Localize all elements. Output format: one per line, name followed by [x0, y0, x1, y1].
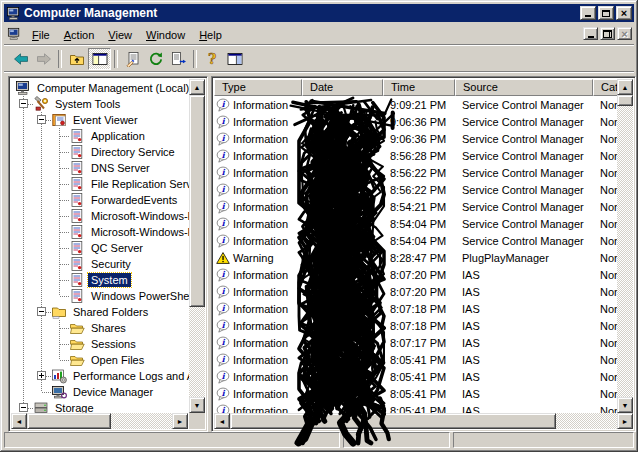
properties-button[interactable]: [121, 48, 144, 70]
tree-expand-toggle-minus[interactable]: [19, 99, 28, 108]
list-vertical-scrollbar[interactable]: ▲ ▼: [617, 79, 633, 413]
event-row[interactable]: iInformation8:54:21 PMService Control Ma…: [214, 198, 617, 215]
tree-item-microsoft-windows-e[interactable]: Microsoft-Windows-E: [15, 208, 189, 224]
mdi-minimize-button[interactable]: [583, 27, 598, 40]
scroll-thumb[interactable]: [230, 413, 556, 429]
tree-item-shares[interactable]: Shares: [15, 320, 189, 336]
tree-item-performance-logs-and-al[interactable]: Performance Logs and Al: [15, 368, 189, 384]
scroll-down-button[interactable]: ▼: [617, 397, 633, 413]
tree-item-label: Security: [88, 257, 134, 271]
event-row[interactable]: iInformation8:07:18 PMIASNone: [214, 300, 617, 317]
tree-item-directory-service[interactable]: Directory Service: [15, 144, 189, 160]
tree-vertical-scrollbar[interactable]: ▲ ▼: [189, 79, 205, 413]
close-button[interactable]: ×: [616, 6, 632, 20]
event-type-label: Information: [233, 320, 288, 332]
event-viewer-icon: [51, 112, 67, 128]
maximize-button[interactable]: [598, 6, 614, 20]
event-row[interactable]: iInformation8:05:41 PMIASNone: [214, 368, 617, 385]
event-row[interactable]: iInformation8:54:04 PMService Control Ma…: [214, 232, 617, 249]
event-row[interactable]: iInformation8:07:20 PMIASNone: [214, 266, 617, 283]
event-time-cell: 9:06:36 PM: [383, 116, 455, 128]
tree-expand-toggle-plus[interactable]: [37, 371, 46, 380]
tree-item-dns-server[interactable]: DNS Server: [15, 160, 189, 176]
tree-item-windows-powershell[interactable]: Windows PowerShell: [15, 288, 189, 304]
back-button[interactable]: [9, 48, 32, 70]
event-row[interactable]: iInformation9:06:36 PMService Control Ma…: [214, 113, 617, 130]
tree-item-open-files[interactable]: Open Files: [15, 352, 189, 368]
event-row[interactable]: iInformation9:06:36 PMService Control Ma…: [214, 130, 617, 147]
show-hide-action-pane-button[interactable]: [223, 48, 246, 70]
scroll-left-button[interactable]: ◄: [214, 413, 230, 429]
mdi-system-menu-icon[interactable]: [7, 27, 21, 41]
event-row[interactable]: iInformation8:05:41 PMIASNone: [214, 402, 617, 413]
tree-item-system[interactable]: System: [15, 272, 189, 288]
tree-item-application[interactable]: Application: [15, 128, 189, 144]
scroll-thumb[interactable]: [617, 95, 633, 106]
scroll-right-button[interactable]: ►: [172, 413, 188, 429]
menu-window[interactable]: Window: [139, 26, 192, 44]
mdi-close-icon: ×: [621, 29, 627, 39]
tree-expand-toggle-minus[interactable]: [37, 115, 46, 124]
event-row[interactable]: iInformation8:07:18 PMIASNone: [214, 317, 617, 334]
scroll-thumb[interactable]: [189, 95, 205, 307]
event-row[interactable]: iInformation8:05:41 PMIASNone: [214, 385, 617, 402]
column-header-source[interactable]: Source: [455, 79, 593, 96]
scroll-right-button[interactable]: ►: [617, 413, 633, 429]
event-row[interactable]: iInformation8:07:17 PMIASNone: [214, 334, 617, 351]
tree-item-sessions[interactable]: Sessions: [15, 336, 189, 352]
event-type-label: Information: [233, 167, 288, 179]
tree-item-security[interactable]: Security: [15, 256, 189, 272]
tree-connector: [15, 272, 33, 288]
event-row[interactable]: iInformation8:54:04 PMService Control Ma…: [214, 215, 617, 232]
column-header-type[interactable]: Type: [214, 79, 302, 96]
event-row[interactable]: Warning8:28:47 PMPlugPlayManagerNone: [214, 249, 617, 266]
column-header-time[interactable]: Time: [383, 79, 455, 96]
event-row[interactable]: iInformation8:07:20 PMIASNone: [214, 283, 617, 300]
minimize-button[interactable]: [580, 6, 596, 20]
tree-item-qc-server[interactable]: QC Server: [15, 240, 189, 256]
tree-item-file-replication-servi[interactable]: File Replication Servi: [15, 176, 189, 192]
tree-connector: [33, 192, 51, 208]
scroll-up-button[interactable]: ▲: [617, 79, 633, 95]
tree-item-storage[interactable]: Storage: [15, 400, 189, 413]
column-header-date[interactable]: Date: [302, 79, 383, 96]
up-one-level-button[interactable]: [65, 48, 88, 70]
forward-arrow-icon: [36, 51, 52, 67]
scroll-down-button[interactable]: ▼: [189, 397, 205, 413]
tree-item-label: Shared Folders: [70, 305, 151, 319]
event-row[interactable]: iInformation9:09:21 PMService Control Ma…: [214, 96, 617, 113]
event-row[interactable]: iInformation8:56:28 PMService Control Ma…: [214, 147, 617, 164]
tree-item-event-viewer[interactable]: Event Viewer: [15, 112, 189, 128]
event-row[interactable]: iInformation8:56:22 PMService Control Ma…: [214, 181, 617, 198]
information-icon: i: [216, 115, 233, 129]
help-button[interactable]: ?: [200, 48, 223, 70]
tree-horizontal-scrollbar[interactable]: ◄ ►: [11, 413, 188, 429]
refresh-button[interactable]: [144, 48, 167, 70]
tree-item-shared-folders[interactable]: Shared Folders: [15, 304, 189, 320]
event-row[interactable]: iInformation8:05:41 PMIASNone: [214, 351, 617, 368]
event-type-label: Information: [233, 303, 288, 315]
tree-connector: [33, 336, 51, 352]
tree-item-forwardedevents[interactable]: ForwardedEvents: [15, 192, 189, 208]
scroll-left-button[interactable]: ◄: [11, 413, 27, 429]
menu-action[interactable]: Action: [57, 26, 102, 44]
tree-item-computer-management-local[interactable]: Computer Management (Local): [15, 80, 189, 96]
export-list-button[interactable]: [167, 48, 190, 70]
scroll-thumb[interactable]: [27, 413, 111, 429]
menu-view[interactable]: View: [101, 26, 139, 44]
tree-item-system-tools[interactable]: System Tools: [15, 96, 189, 112]
tree-expand-toggle-minus[interactable]: [37, 307, 46, 316]
menu-file[interactable]: File: [25, 26, 57, 44]
list-horizontal-scrollbar[interactable]: ◄ ►: [214, 413, 633, 429]
menu-help[interactable]: Help: [192, 26, 229, 44]
tree-expand-toggle-minus[interactable]: [19, 403, 28, 412]
column-header-category[interactable]: Category: [593, 79, 617, 96]
tree-item-device-manager[interactable]: Device Manager: [15, 384, 189, 400]
tree-item-microsoft-windows-f[interactable]: Microsoft-Windows-F: [15, 224, 189, 240]
event-row[interactable]: iInformation8:56:22 PMService Control Ma…: [214, 164, 617, 181]
tree-connector: [33, 112, 51, 128]
scroll-up-button[interactable]: ▲: [189, 79, 205, 95]
event-source-cell: Service Control Manager: [455, 218, 593, 230]
mdi-restore-button[interactable]: [600, 27, 615, 40]
show-hide-console-tree-button[interactable]: [88, 48, 111, 70]
